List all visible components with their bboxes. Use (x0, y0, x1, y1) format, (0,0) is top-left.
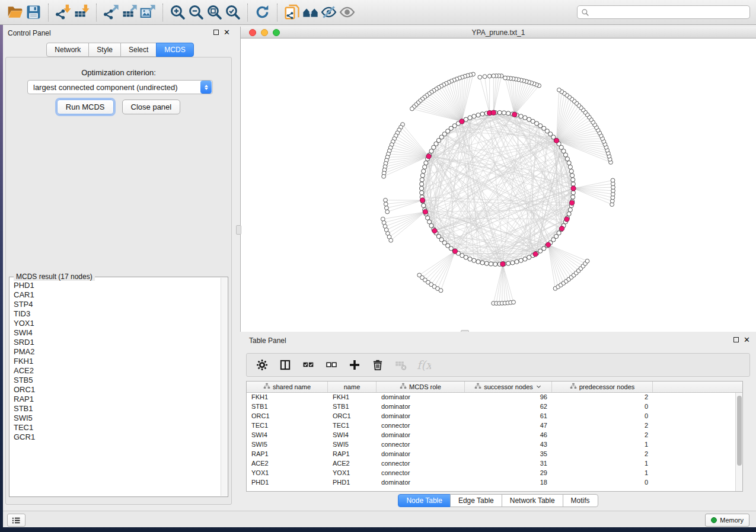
cell-successor-nodes[interactable]: 61 (465, 412, 552, 421)
column-header-name[interactable]: name (328, 382, 377, 392)
cell-predecessor-nodes[interactable]: 1 (552, 459, 653, 469)
cell-successor-nodes[interactable]: 35 (465, 450, 552, 459)
memory-button[interactable]: Memory (705, 514, 749, 527)
tab-style[interactable]: Style (88, 43, 121, 57)
tab-select[interactable]: Select (120, 43, 157, 57)
table-scrollbar[interactable] (735, 393, 742, 491)
cell-successor-nodes[interactable]: 29 (465, 469, 552, 478)
mcds-result-item[interactable]: PMA2 (14, 347, 220, 357)
column-header-predecessor-nodes[interactable]: predecessor nodes (552, 382, 653, 392)
save-session-button[interactable] (24, 3, 43, 21)
mcds-result-item[interactable]: STP4 (14, 300, 220, 309)
cell-MCDS-role[interactable]: connector (377, 469, 465, 478)
mcds-result-item[interactable]: STB1 (14, 404, 220, 414)
float-table-panel-icon[interactable] (733, 337, 739, 342)
zoom-fit-button[interactable] (205, 3, 224, 21)
clone-network-button[interactable] (283, 3, 301, 21)
import-network-button[interactable] (54, 3, 72, 21)
cell-predecessor-nodes[interactable]: 2 (552, 450, 653, 459)
table-row[interactable]: ORC1ORC1dominator610 (247, 412, 742, 421)
cell-name[interactable]: TEC1 (328, 421, 377, 431)
table-row[interactable]: SWI5SWI5connector431 (247, 440, 742, 450)
cell-name[interactable]: FKH1 (328, 393, 377, 402)
cell-MCDS-role[interactable]: dominator (377, 478, 465, 488)
float-panel-icon[interactable] (213, 30, 219, 35)
export-image-button[interactable] (139, 3, 157, 21)
open-file-button[interactable] (6, 3, 24, 21)
cell-successor-nodes[interactable]: 47 (465, 421, 552, 431)
mcds-result-item[interactable]: SRD1 (14, 338, 220, 347)
tab-edge-table[interactable]: Edge Table (450, 494, 502, 507)
refresh-button[interactable] (253, 3, 272, 21)
cell-name[interactable]: YOX1 (328, 469, 377, 478)
table-row[interactable]: RAP1RAP1dominator352 (247, 450, 742, 459)
cell-name[interactable]: SWI5 (328, 440, 377, 450)
cell-successor-nodes[interactable]: 31 (465, 459, 552, 469)
table-row[interactable]: TEC1TEC1connector472 (247, 421, 742, 431)
cell-predecessor-nodes[interactable]: 1 (552, 469, 653, 478)
mcds-result-item[interactable]: RAP1 (14, 395, 220, 404)
delete-row-button[interactable] (371, 358, 385, 372)
mcds-result-item[interactable]: STB5 (14, 376, 220, 385)
mcds-result-item[interactable]: TEC1 (14, 423, 220, 432)
export-table-button[interactable] (120, 3, 139, 21)
close-panel-icon[interactable]: ✕ (224, 30, 230, 35)
gear-button[interactable] (255, 358, 269, 372)
deselect-all-button[interactable] (324, 358, 339, 372)
zoom-selected-button[interactable] (224, 3, 242, 21)
mcds-result-item[interactable]: ACE2 (14, 366, 220, 376)
cell-shared-name[interactable]: ACE2 (247, 459, 328, 469)
zoom-in-button[interactable] (168, 3, 187, 21)
hide-selected-button[interactable] (320, 3, 338, 21)
column-header-successor-nodes[interactable]: successor nodes (465, 382, 552, 392)
add-row-button[interactable] (347, 358, 362, 372)
network-canvas[interactable] (240, 39, 756, 332)
cell-successor-nodes[interactable]: 18 (465, 478, 552, 488)
cell-name[interactable]: PHD1 (328, 478, 377, 488)
tab-mcds[interactable]: MCDS (156, 43, 193, 57)
cell-shared-name[interactable]: SWI4 (247, 431, 328, 440)
mcds-list-scrollbar[interactable] (221, 278, 227, 496)
show-graphics-button[interactable] (338, 3, 356, 21)
table-scrollbar-thumb[interactable] (737, 396, 742, 466)
mcds-result-item[interactable]: PHD1 (14, 281, 220, 290)
vertical-splitter-grip[interactable] (236, 225, 241, 235)
cell-name[interactable]: ORC1 (328, 412, 377, 421)
mcds-result-item[interactable]: SWI5 (14, 414, 220, 423)
close-panel-button[interactable]: Close panel (122, 100, 181, 114)
column-header-shared-name[interactable]: shared name (247, 382, 328, 392)
cell-MCDS-role[interactable]: connector (377, 421, 465, 431)
mcds-result-item[interactable]: YOX1 (14, 319, 220, 328)
cell-shared-name[interactable]: FKH1 (247, 393, 328, 402)
mcds-result-item[interactable]: CAR1 (14, 290, 220, 300)
cell-successor-nodes[interactable]: 46 (465, 431, 552, 440)
cell-predecessor-nodes[interactable]: 0 (552, 402, 653, 412)
table-row[interactable]: YOX1YOX1connector291 (247, 469, 742, 478)
cell-successor-nodes[interactable]: 43 (465, 440, 552, 450)
import-table-button[interactable] (72, 3, 91, 21)
tab-motifs[interactable]: Motifs (563, 494, 598, 507)
cell-name[interactable]: ACE2 (328, 459, 377, 469)
tab-node-table[interactable]: Node Table (398, 494, 451, 507)
export-network-button[interactable] (102, 3, 120, 21)
first-neighbors-button[interactable] (301, 3, 320, 21)
table-row[interactable]: PHD1PHD1dominator180 (247, 478, 742, 488)
close-table-panel-icon[interactable]: ✕ (744, 337, 750, 342)
cell-predecessor-nodes[interactable]: 0 (552, 412, 653, 421)
cell-MCDS-role[interactable]: dominator (377, 393, 465, 402)
select-all-button[interactable] (301, 358, 315, 372)
search-input[interactable] (589, 8, 746, 17)
cell-shared-name[interactable]: STB1 (247, 402, 328, 412)
mcds-result-item[interactable]: GCR1 (14, 432, 220, 442)
cell-successor-nodes[interactable]: 62 (465, 402, 552, 412)
tab-network-table[interactable]: Network Table (502, 494, 563, 507)
cell-shared-name[interactable]: PHD1 (247, 478, 328, 488)
cell-shared-name[interactable]: ORC1 (247, 412, 328, 421)
mcds-result-item[interactable]: ORC1 (14, 385, 220, 395)
columns-button[interactable] (278, 358, 292, 372)
network-graph[interactable] (241, 39, 756, 332)
table-row[interactable]: FKH1FKH1dominator962 (247, 393, 742, 402)
cell-predecessor-nodes[interactable]: 2 (552, 431, 653, 440)
cell-shared-name[interactable]: SWI5 (247, 440, 328, 450)
cell-name[interactable]: STB1 (328, 402, 377, 412)
